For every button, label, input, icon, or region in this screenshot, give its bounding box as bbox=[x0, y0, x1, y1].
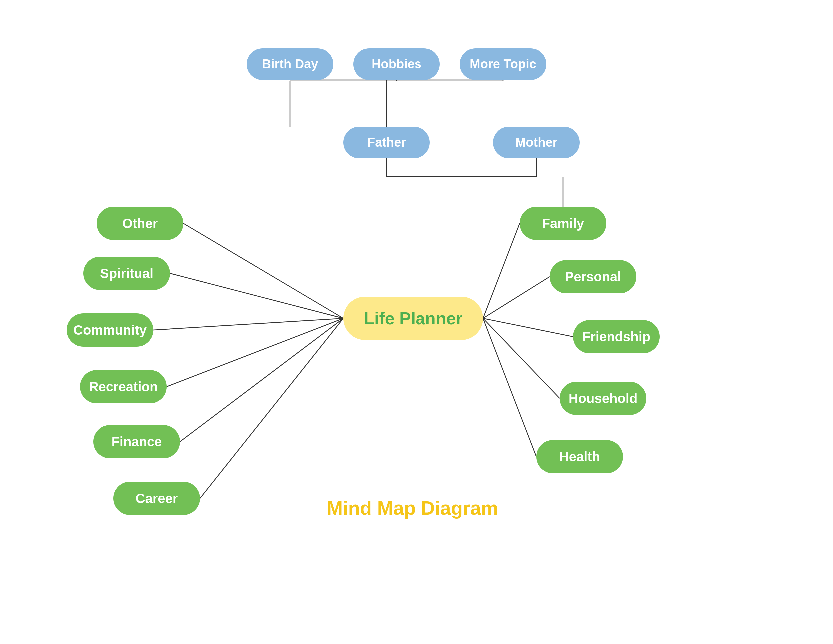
node-recreation: Recreation bbox=[80, 370, 167, 403]
health-label: Health bbox=[560, 449, 600, 464]
node-personal: Personal bbox=[550, 260, 637, 293]
svg-line-2 bbox=[153, 318, 343, 330]
node-father: Father bbox=[343, 127, 430, 158]
node-spiritual: Spiritual bbox=[83, 257, 170, 290]
spiritual-label: Spiritual bbox=[100, 266, 153, 281]
node-mother: Mother bbox=[493, 127, 580, 158]
mother-label: Mother bbox=[515, 135, 558, 150]
svg-line-7 bbox=[483, 277, 550, 318]
svg-line-3 bbox=[167, 318, 343, 386]
center-label: Life Planner bbox=[363, 308, 463, 328]
node-hobbies: Hobbies bbox=[353, 48, 440, 80]
svg-line-0 bbox=[183, 223, 343, 318]
svg-line-6 bbox=[483, 223, 520, 318]
node-career: Career bbox=[113, 482, 200, 515]
node-community: Community bbox=[67, 313, 153, 347]
svg-line-9 bbox=[483, 318, 560, 398]
friendship-label: Friendship bbox=[582, 329, 650, 345]
svg-line-5 bbox=[200, 318, 343, 498]
household-label: Household bbox=[569, 391, 638, 406]
center-node: Life Planner bbox=[343, 297, 483, 340]
svg-line-10 bbox=[483, 318, 536, 457]
moretopic-label: More Topic bbox=[470, 57, 536, 71]
recreation-label: Recreation bbox=[89, 379, 158, 394]
svg-line-4 bbox=[180, 318, 343, 442]
birthday-label: Birth Day bbox=[262, 57, 318, 71]
svg-line-8 bbox=[483, 318, 573, 336]
node-family: Family bbox=[520, 207, 606, 240]
other-label: Other bbox=[122, 216, 158, 231]
community-label: Community bbox=[73, 323, 146, 338]
father-label: Father bbox=[367, 135, 406, 150]
family-label: Family bbox=[542, 216, 584, 231]
hobbies-label: Hobbies bbox=[371, 57, 421, 71]
node-health: Health bbox=[536, 440, 623, 473]
node-other: Other bbox=[96, 207, 183, 240]
personal-label: Personal bbox=[565, 269, 621, 284]
svg-line-1 bbox=[170, 273, 343, 318]
node-finance: Finance bbox=[93, 425, 180, 458]
node-household: Household bbox=[560, 382, 646, 415]
node-birthday: Birth Day bbox=[246, 48, 333, 80]
career-label: Career bbox=[136, 491, 178, 506]
node-friendship: Friendship bbox=[573, 320, 660, 353]
finance-label: Finance bbox=[111, 434, 162, 449]
node-moretopic: More Topic bbox=[460, 48, 547, 80]
title-text: Mind Map Diagram bbox=[326, 497, 499, 518]
diagram-title: Mind Map Diagram bbox=[326, 497, 499, 519]
